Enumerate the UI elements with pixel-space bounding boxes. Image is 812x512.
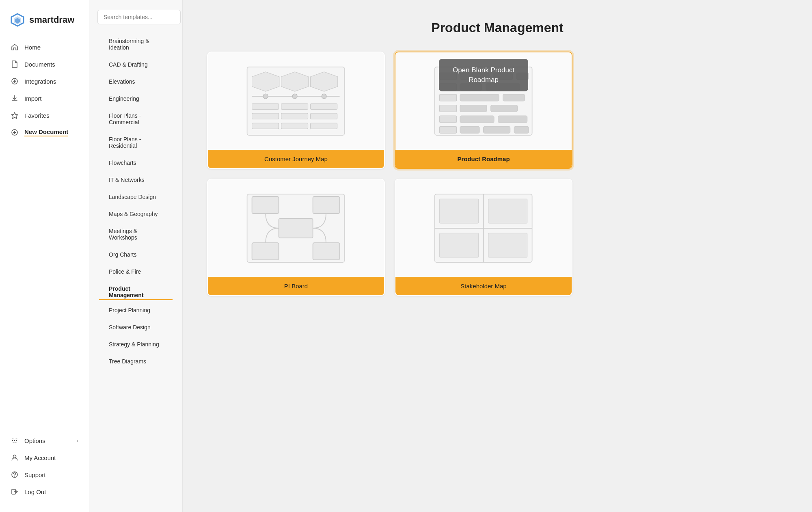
category-item-product-management-wrap: Product Management <box>89 280 182 302</box>
category-item-engineering[interactable]: Engineering <box>99 92 173 106</box>
svg-rect-66 <box>488 233 527 257</box>
sidebar-item-documents[interactable]: Documents <box>5 56 84 72</box>
category-item-brainstorming[interactable]: Brainstorming & Ideation <box>99 34 173 54</box>
category-item-software-design-wrap: Software Design <box>89 319 182 336</box>
category-item-software-design[interactable]: Software Design <box>99 320 173 334</box>
sidebar-item-integrations-label: Integrations <box>24 78 56 85</box>
support-icon <box>11 471 19 479</box>
sidebar-item-my-account[interactable]: My Account <box>5 449 84 466</box>
category-item-floor-commercial-wrap: Floor Plans - Commercial <box>89 107 182 131</box>
category-panel: Brainstorming & Ideation CAD & Drafting … <box>89 0 183 512</box>
sidebar-nav: Home Documents Integrations Import <box>0 39 89 432</box>
svg-rect-31 <box>311 123 337 129</box>
svg-rect-42 <box>503 94 525 101</box>
sidebar-item-import[interactable]: Import <box>5 90 84 106</box>
sidebar-item-support[interactable]: Support <box>5 467 84 483</box>
sidebar-item-home[interactable]: Home <box>5 39 84 55</box>
svg-rect-54 <box>279 218 313 238</box>
category-item-product-management[interactable]: Product Management <box>99 282 173 300</box>
sidebar-item-new-document[interactable]: New Document <box>5 124 84 140</box>
sidebar-item-support-label: Support <box>24 471 46 478</box>
svg-rect-41 <box>460 94 499 101</box>
sidebar-item-integrations[interactable]: Integrations <box>5 73 84 89</box>
templates-grid: Customer Journey Map Open Blank Product … <box>207 52 572 296</box>
svg-point-12 <box>14 476 15 477</box>
category-list: Brainstorming & Ideation CAD & Drafting … <box>89 32 182 512</box>
category-item-brainstorming-wrap: Brainstorming & Ideation <box>89 32 182 56</box>
sidebar-item-documents-label: Documents <box>24 61 55 68</box>
options-icon <box>11 436 19 445</box>
sidebar-item-log-out[interactable]: Log Out <box>5 484 84 500</box>
template-preview-pi-board <box>208 179 384 277</box>
logout-icon <box>11 488 19 496</box>
search-input[interactable] <box>97 10 181 24</box>
category-item-flowcharts-wrap: Flowcharts <box>89 154 182 171</box>
svg-point-10 <box>13 455 16 458</box>
category-item-tree-diagrams[interactable]: Tree Diagrams <box>99 354 173 368</box>
category-item-engineering-wrap: Engineering <box>89 90 182 107</box>
svg-rect-48 <box>498 116 527 123</box>
doc-icon <box>11 60 19 68</box>
category-item-tree-diagrams-wrap: Tree Diagrams <box>89 353 182 370</box>
category-item-landscape-wrap: Landscape Design <box>89 188 182 205</box>
category-item-flowcharts[interactable]: Flowcharts <box>99 156 173 170</box>
svg-rect-49 <box>440 126 457 133</box>
svg-point-20 <box>263 94 268 99</box>
svg-rect-27 <box>281 113 308 119</box>
new-doc-icon <box>11 128 19 136</box>
search-area <box>89 10 182 32</box>
category-item-cad[interactable]: CAD & Drafting <box>99 58 173 71</box>
category-item-floor-residential[interactable]: Floor Plans - Residential <box>99 132 173 153</box>
template-card-pi-board[interactable]: PI Board <box>207 179 385 296</box>
template-card-stakeholder-map[interactable]: Stakeholder Map <box>395 179 572 296</box>
category-item-org-charts[interactable]: Org Charts <box>99 248 173 261</box>
svg-point-8 <box>14 440 15 441</box>
svg-rect-25 <box>311 104 337 109</box>
category-item-maps-wrap: Maps & Geography <box>89 205 182 223</box>
template-label-pi-board: PI Board <box>208 277 384 295</box>
sidebar-item-favorites-label: Favorites <box>24 112 50 119</box>
smartdraw-logo-icon <box>10 12 25 28</box>
sidebar-item-favorites[interactable]: Favorites <box>5 107 84 123</box>
svg-rect-26 <box>252 113 279 119</box>
sidebar: smartdraw Home Documents Integrations <box>0 0 89 512</box>
open-overlay-product-roadmap[interactable]: Open Blank Product Roadmap <box>439 59 528 91</box>
svg-marker-5 <box>11 112 18 119</box>
svg-rect-51 <box>484 126 510 133</box>
category-item-it-networks[interactable]: IT & Networks <box>99 173 173 187</box>
svg-point-7 <box>12 440 13 441</box>
template-label-customer-journey-map: Customer Journey Map <box>208 150 384 168</box>
template-preview-stakeholder-map <box>395 179 572 277</box>
pi-board-diagram <box>225 189 366 267</box>
category-item-meetings[interactable]: Meetings & Workshops <box>99 224 173 244</box>
svg-rect-55 <box>252 197 279 214</box>
category-item-floor-residential-wrap: Floor Plans - Residential <box>89 131 182 154</box>
page-title: Product Management <box>207 20 788 35</box>
category-item-police-fire-wrap: Police & Fire <box>89 263 182 280</box>
category-item-elevations[interactable]: Elevations <box>99 75 173 89</box>
svg-rect-64 <box>488 199 527 223</box>
sidebar-item-options[interactable]: Options › <box>5 432 84 449</box>
category-item-maps[interactable]: Maps & Geography <box>99 207 173 221</box>
svg-point-21 <box>293 94 298 99</box>
category-item-project-planning[interactable]: Project Planning <box>99 303 173 317</box>
category-item-strategy[interactable]: Strategy & Planning <box>99 337 173 351</box>
options-arrow-icon: › <box>76 437 78 444</box>
svg-rect-28 <box>311 113 337 119</box>
category-item-strategy-wrap: Strategy & Planning <box>89 336 182 353</box>
svg-rect-52 <box>514 126 529 133</box>
template-card-customer-journey-map[interactable]: Customer Journey Map <box>207 52 385 169</box>
template-preview-product-roadmap: Open Blank Product Roadmap <box>395 52 572 150</box>
svg-rect-57 <box>252 243 279 260</box>
template-card-product-roadmap[interactable]: Open Blank Product Roadmap <box>395 52 572 169</box>
category-item-project-planning-wrap: Project Planning <box>89 302 182 319</box>
category-item-police-fire[interactable]: Police & Fire <box>99 265 173 279</box>
category-item-floor-commercial[interactable]: Floor Plans - Commercial <box>99 109 173 129</box>
logo-text: smartdraw <box>29 15 74 25</box>
star-icon <box>11 111 19 119</box>
customer-journey-map-diagram <box>225 62 366 140</box>
category-item-elevations-wrap: Elevations <box>89 73 182 90</box>
category-item-landscape[interactable]: Landscape Design <box>99 190 173 204</box>
svg-rect-40 <box>440 94 457 101</box>
svg-rect-43 <box>440 105 457 112</box>
